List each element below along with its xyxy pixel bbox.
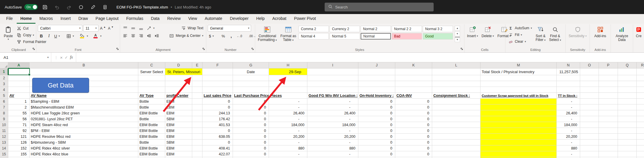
decrease-font-size-button[interactable]: A▼ [107, 25, 114, 32]
align-bottom-button[interactable] [137, 25, 144, 31]
font-name-select[interactable]: Calibri▾ [38, 25, 82, 32]
cell-H4[interactable] [269, 87, 307, 93]
cell-O1[interactable] [580, 68, 599, 75]
cell-L11[interactable] [432, 128, 481, 134]
cell-D14[interactable]: EBM [165, 145, 192, 151]
sort-filter-button[interactable]: Sort & Filter▾ [534, 25, 547, 43]
cell-F15[interactable]: 422.07 [202, 151, 233, 157]
cell-C2[interactable] [138, 75, 165, 81]
cell-A2[interactable] [8, 75, 30, 81]
menu-tab-help[interactable]: Help [252, 14, 268, 24]
cell-B7[interactable]: $Maschinenstillstand EBM [30, 104, 138, 110]
cell-F10[interactable]: 401.53 [202, 122, 233, 128]
cell-R13[interactable] [637, 140, 644, 145]
cell-Q15[interactable] [618, 151, 637, 157]
cell-A12[interactable]: 121 [8, 134, 30, 140]
cell-K14[interactable]: 0 [395, 145, 432, 151]
cell-J2[interactable] [358, 75, 395, 81]
cell-N8[interactable]: 26,400 [557, 110, 580, 116]
cell-H10[interactable]: 184,000 [269, 122, 307, 128]
cell-D1[interactable]: St. Peters, Missouri [165, 68, 202, 75]
cell-I12[interactable]: 20,200 [307, 134, 358, 140]
cell-B14[interactable]: HDPE Ridex 48oz silver [30, 145, 138, 151]
cell-L12[interactable] [432, 134, 481, 140]
column-header-E[interactable]: E [192, 62, 202, 68]
cell-E14[interactable] [192, 145, 202, 151]
cell-O8[interactable] [580, 110, 599, 116]
cell-B12[interactable]: HDPE Resolve 96oz red [30, 134, 138, 140]
cell-A1[interactable] [8, 68, 30, 75]
menu-tab-draw[interactable]: Draw [74, 14, 92, 24]
cell-K12[interactable]: 0 [395, 134, 432, 140]
cell-R8[interactable] [637, 110, 644, 116]
cell-J3[interactable] [358, 81, 395, 87]
cell-E2[interactable] [192, 75, 202, 81]
drag-dots-icon[interactable]: ⋮ [54, 55, 58, 60]
row-header-14[interactable]: 14 [0, 145, 8, 151]
get-data-button[interactable]: Get Data [32, 78, 89, 93]
column-header-G[interactable]: G [233, 62, 269, 68]
column-header-O[interactable]: O [580, 62, 599, 68]
cell-I14[interactable]: 880 [307, 145, 358, 151]
italic-button[interactable]: I [45, 33, 52, 39]
cell-R12[interactable] [637, 134, 644, 140]
cell-H11[interactable]: - [269, 128, 307, 134]
cell-G4[interactable] [233, 87, 269, 93]
cell-I10[interactable]: 184,000 [307, 122, 358, 128]
row-header-5[interactable]: 5 [0, 93, 8, 99]
cell-R3[interactable] [637, 81, 644, 87]
cell-style-currency-2[interactable]: Currency 2 [330, 26, 360, 32]
menu-tab-insert[interactable]: Insert [57, 14, 74, 24]
clear-button[interactable]: Clear ▾ [507, 38, 533, 45]
cell-B8[interactable]: HDPE Law Toggle 28oz green [30, 110, 138, 116]
cell-P10[interactable] [599, 122, 618, 128]
formula-input[interactable] [76, 53, 644, 62]
row-header-3[interactable]: 3 [0, 81, 8, 87]
cell-I1[interactable] [307, 68, 358, 75]
cell-N5[interactable]: TT in Stock : [557, 93, 580, 99]
cell-E7[interactable] [192, 104, 202, 110]
column-header-Q[interactable]: Q [618, 62, 637, 68]
cell-H8[interactable]: 26,400 [269, 110, 307, 116]
cell-K2[interactable] [395, 75, 432, 81]
autosum-button[interactable]: Σ AutoSum ▾ [507, 25, 533, 31]
increase-indent-button[interactable] [153, 32, 160, 39]
column-header-J[interactable]: J [358, 62, 395, 68]
row-header-12[interactable]: 12 [0, 134, 8, 140]
cell-D8[interactable]: EBM [165, 110, 192, 116]
column-header-I[interactable]: I [307, 62, 358, 68]
cell-C9[interactable]: Bottle [138, 116, 165, 122]
menu-tab-file[interactable]: File [2, 14, 17, 24]
circle-icon[interactable] [76, 2, 86, 12]
cell-A11[interactable]: 92 [8, 128, 30, 134]
cell-I3[interactable] [307, 81, 358, 87]
cell-G10[interactable]: 0 [233, 122, 269, 128]
cell-I5[interactable]: Good FG W/o INV Location : [307, 93, 358, 99]
cell-G2[interactable] [233, 75, 269, 81]
row-header-6[interactable]: 6 [0, 99, 8, 104]
cell-Q1[interactable] [618, 68, 637, 75]
cell-D6[interactable]: EBM [165, 99, 192, 104]
cell-N10[interactable]: 184,000 [557, 122, 580, 128]
cell-G13[interactable]: 0 [233, 140, 269, 145]
cell-C6[interactable]: Bottle [138, 99, 165, 104]
gallery-scroll-up-icon[interactable]: ▲ [455, 26, 460, 31]
cell-J6[interactable]: 0 [358, 99, 395, 104]
column-header-N[interactable]: N [557, 62, 580, 68]
cell-I8[interactable]: 26,400 [307, 110, 358, 116]
pen-icon[interactable] [88, 2, 98, 12]
cell-L5[interactable]: Consignment Stock : [432, 93, 481, 99]
cell-B11[interactable]: $PM - EBM [30, 128, 138, 134]
cell-style-normal-2[interactable]: Normal 2 [361, 26, 391, 32]
row-header-2[interactable]: 2 [0, 75, 8, 81]
cell-C15[interactable]: EBM Bottle [138, 151, 165, 157]
cell-E8[interactable] [192, 110, 202, 116]
cell-P15[interactable] [599, 151, 618, 157]
cell-R14[interactable] [637, 145, 644, 151]
cell-K4[interactable] [395, 87, 432, 93]
cell-D11[interactable]: EBM [165, 128, 192, 134]
last-modified-label[interactable]: Last Modified: 4h ago [175, 5, 211, 9]
cell-G8[interactable]: 0 [233, 110, 269, 116]
cell-O6[interactable] [580, 99, 599, 104]
cell-J9[interactable]: 0 [358, 116, 395, 122]
